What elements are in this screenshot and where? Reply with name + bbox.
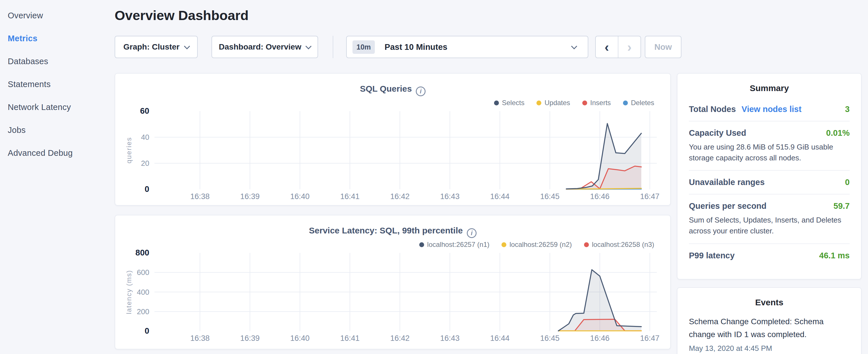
svg-text:200: 200 (137, 307, 149, 316)
svg-text:16:40: 16:40 (290, 334, 310, 343)
summary-value: 59.7 (834, 201, 850, 211)
view-nodes-list-link[interactable]: View nodes list (742, 104, 802, 114)
svg-text:16:45: 16:45 (540, 192, 560, 201)
svg-text:600: 600 (137, 268, 149, 277)
svg-text:16:43: 16:43 (440, 334, 460, 343)
summary-value: 46.1 ms (819, 251, 850, 260)
summary-row-total-nodes: Total Nodes View nodes list 3 (689, 98, 850, 122)
sidebar-item-network-latency[interactable]: Network Latency (0, 96, 115, 119)
svg-text:16:44: 16:44 (490, 192, 510, 201)
summary-value: 0.01% (826, 128, 850, 138)
service-latency-chart-card: Service Latency: SQL, 99th percentilei l… (115, 215, 671, 349)
svg-text:16:39: 16:39 (240, 192, 260, 201)
svg-text:16:44: 16:44 (490, 334, 510, 343)
dashboard-dropdown[interactable]: Dashboard: Overview (212, 36, 318, 58)
sql-queries-chart-card: SQL Queriesi Selects Updates Inserts Del… (115, 73, 671, 206)
svg-text:16:39: 16:39 (240, 334, 260, 343)
chevron-down-icon (306, 43, 311, 49)
svg-text:40: 40 (141, 133, 149, 141)
svg-text:400: 400 (137, 288, 149, 296)
sql-queries-plot[interactable]: 16:3816:3916:4016:4116:4216:4316:4416:45… (115, 74, 672, 206)
summary-row-unavailable-ranges: Unavailable ranges 0 (689, 171, 850, 194)
graph-scope-label: Graph: Cluster (123, 42, 179, 52)
sidebar-item-jobs[interactable]: Jobs (0, 119, 115, 141)
graph-scope-dropdown[interactable]: Graph: Cluster (115, 36, 198, 58)
summary-label: P99 latency (689, 251, 735, 260)
svg-text:16:41: 16:41 (340, 192, 360, 201)
next-window-button[interactable]: › (618, 36, 641, 58)
svg-text:800: 800 (135, 248, 149, 257)
svg-text:16:46: 16:46 (590, 334, 610, 343)
svg-text:16:42: 16:42 (390, 192, 410, 201)
summary-value: 0 (845, 178, 850, 187)
svg-text:16:43: 16:43 (440, 192, 460, 201)
chevron-down-icon (184, 43, 190, 49)
summary-body: Total Nodes View nodes list 3 Capacity U… (677, 98, 861, 267)
svg-text:0: 0 (145, 326, 149, 335)
svg-text:20: 20 (141, 159, 149, 167)
admin-console: Overview Metrics Databases Statements Ne… (0, 0, 868, 354)
event-timestamp: May 13, 2020 at 4:45 PM (689, 344, 850, 353)
page-title: Overview Dashboard (115, 7, 249, 23)
summary-title: Summary (677, 83, 861, 93)
sidebar-item-statements[interactable]: Statements (0, 73, 115, 96)
events-title: Events (677, 297, 861, 307)
toolbar-divider (333, 36, 333, 58)
svg-text:queries: queries (125, 137, 133, 164)
event-text: Schema Change Completed: Schema change w… (689, 315, 850, 341)
svg-text:16:45: 16:45 (540, 334, 560, 343)
svg-text:16:42: 16:42 (390, 334, 410, 343)
service-latency-plot[interactable]: 16:3816:3916:4016:4116:4216:4316:4416:45… (115, 215, 672, 348)
summary-row-queries-per-second: Queries per second 59.7 Sum of Selects, … (689, 194, 850, 244)
summary-value: 3 (845, 104, 850, 114)
summary-description: You are using 28.6 MiB of 515.9 GiB usab… (689, 142, 850, 163)
time-window-badge: 10m (352, 40, 375, 54)
summary-label: Unavailable ranges (689, 178, 765, 187)
event-list-item[interactable]: Schema Change Completed: Schema change w… (689, 315, 850, 353)
summary-label: Capacity Used (689, 128, 746, 138)
sidebar-nav: Overview Metrics Databases Statements Ne… (0, 4, 115, 164)
sidebar-item-databases[interactable]: Databases (0, 50, 115, 73)
svg-text:16:47: 16:47 (640, 334, 660, 343)
svg-text:16:40: 16:40 (290, 192, 310, 201)
svg-text:16:41: 16:41 (340, 334, 360, 343)
svg-text:16:38: 16:38 (190, 334, 210, 343)
summary-label: Queries per second (689, 201, 767, 211)
svg-text:16:47: 16:47 (640, 192, 660, 201)
svg-text:60: 60 (140, 106, 149, 116)
svg-text:16:38: 16:38 (190, 192, 210, 201)
svg-text:0: 0 (145, 185, 149, 194)
svg-text:16:46: 16:46 (590, 192, 610, 201)
time-range-dropdown[interactable]: 10m Past 10 Minutes (346, 36, 588, 58)
chevron-down-icon (571, 43, 577, 49)
previous-window-button[interactable]: ‹ (596, 36, 618, 58)
now-button[interactable]: Now (645, 36, 681, 58)
sidebar-item-advanced-debug[interactable]: Advanced Debug (0, 141, 115, 164)
summary-description: Sum of Selects, Updates, Inserts, and De… (689, 215, 850, 236)
sidebar-item-overview[interactable]: Overview (0, 4, 115, 27)
events-panel: Events Schema Change Completed: Schema c… (677, 287, 862, 354)
summary-panel: Summary Total Nodes View nodes list 3 Ca… (677, 73, 862, 280)
summary-label: Total Nodes (689, 104, 736, 114)
time-window-label: Past 10 Minutes (384, 42, 447, 52)
dashboard-label: Dashboard: Overview (219, 42, 302, 52)
sidebar-item-metrics[interactable]: Metrics (0, 27, 115, 50)
summary-row-capacity-used: Capacity Used 0.01% You are using 28.6 M… (689, 122, 850, 171)
summary-row-p99-latency: P99 latency 46.1 ms (689, 244, 850, 267)
events-body: Schema Change Completed: Schema change w… (677, 315, 861, 353)
svg-text:latency (ms): latency (ms) (125, 270, 133, 314)
time-step-buttons: ‹ › (595, 36, 641, 58)
